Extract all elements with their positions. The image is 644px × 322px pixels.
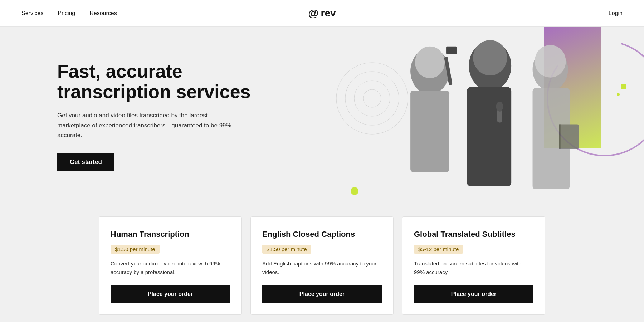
service-card-2: Global Translated Subtitles$5-12 per min… bbox=[402, 216, 545, 315]
svg-rect-18 bbox=[559, 124, 579, 149]
logo-at-symbol: @ bbox=[308, 7, 318, 19]
place-order-button-0[interactable]: Place your order bbox=[111, 285, 230, 303]
service-card-0: Human Transcription$1.50 per minuteConve… bbox=[99, 216, 242, 315]
svg-point-14 bbox=[496, 102, 503, 112]
nav-right: Login bbox=[609, 10, 623, 16]
hero-section: Fast, accurate transcription services Ge… bbox=[0, 27, 644, 206]
svg-point-17 bbox=[535, 45, 566, 78]
svg-rect-9 bbox=[446, 47, 457, 54]
card-title-1: English Closed Captions bbox=[262, 230, 382, 239]
card-description-2: Translated on-screen subtitles for video… bbox=[414, 259, 533, 277]
nav-login[interactable]: Login bbox=[609, 10, 623, 16]
nav-pricing[interactable]: Pricing bbox=[58, 10, 75, 16]
nav-services[interactable]: Services bbox=[21, 10, 43, 16]
svg-rect-6 bbox=[410, 91, 449, 172]
svg-rect-19 bbox=[559, 124, 561, 149]
navbar: Services Pricing Resources @ rev Login bbox=[0, 0, 644, 27]
svg-point-12 bbox=[473, 40, 507, 75]
card-description-1: Add English captions with 99% accuracy t… bbox=[262, 259, 382, 277]
card-price-1: $1.50 per minute bbox=[262, 245, 311, 254]
hero-content: Fast, accurate transcription services Ge… bbox=[57, 61, 258, 171]
svg-rect-11 bbox=[467, 87, 511, 186]
hero-subtitle: Get your audio and video files transcrib… bbox=[57, 111, 236, 140]
logo-brand: rev bbox=[321, 8, 336, 19]
service-card-1: English Closed Captions$1.50 per minuteA… bbox=[250, 216, 394, 315]
hero-image-area bbox=[322, 27, 644, 206]
get-started-button[interactable]: Get started bbox=[57, 153, 114, 171]
nav-left: Services Pricing Resources bbox=[21, 10, 117, 16]
nav-resources[interactable]: Resources bbox=[89, 10, 117, 16]
hero-people-silhouettes bbox=[322, 36, 644, 206]
card-title-2: Global Translated Subtitles bbox=[414, 230, 533, 239]
cards-section: Human Transcription$1.50 per minuteConve… bbox=[0, 206, 644, 322]
card-title-0: Human Transcription bbox=[111, 230, 230, 239]
hero-title: Fast, accurate transcription services bbox=[57, 61, 258, 102]
place-order-button-2[interactable]: Place your order bbox=[414, 285, 533, 303]
svg-point-7 bbox=[415, 47, 445, 78]
place-order-button-1[interactable]: Place your order bbox=[262, 285, 382, 303]
nav-logo[interactable]: @ rev bbox=[308, 7, 336, 19]
card-price-2: $5-12 per minute bbox=[414, 245, 463, 254]
card-price-0: $1.50 per minute bbox=[111, 245, 160, 254]
card-description-0: Convert your audio or video into text wi… bbox=[111, 259, 230, 277]
